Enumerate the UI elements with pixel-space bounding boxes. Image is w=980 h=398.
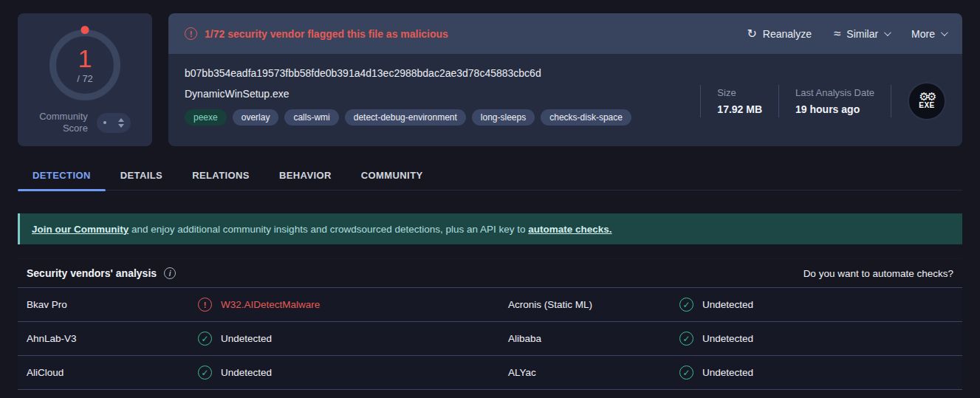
tab-details[interactable]: DETAILS: [106, 164, 177, 190]
alert-message: 1/72 security vendor flagged this file a…: [205, 28, 448, 40]
vendor-name: Alibaba: [508, 333, 679, 344]
vendor-name: Bkav Pro: [27, 299, 198, 310]
chevron-down-icon: [884, 29, 891, 36]
similar-button[interactable]: ≈ Similar: [834, 27, 889, 40]
vendor-result: ! W32.AIDetectMalware: [198, 298, 508, 312]
vendor-result: ✓ Undetected: [198, 332, 508, 346]
analysis-header: Security vendors' analysis i Do you want…: [18, 258, 962, 288]
reanalyze-button[interactable]: ↻ Reanalyze: [747, 28, 812, 40]
file-report-card: ! 1/72 security vendor flagged this file…: [168, 13, 962, 146]
tag-detect-debug-environment[interactable]: detect-debug-environment: [345, 109, 466, 126]
automate-checks-prompt[interactable]: Do you want to automate checks?: [803, 268, 953, 279]
undetected-check-icon: ✓: [679, 366, 693, 380]
vendor-result: ✓ Undetected: [679, 298, 962, 312]
warning-icon: !: [185, 27, 197, 40]
vote-up-icon[interactable]: [118, 118, 124, 122]
join-community-link[interactable]: Join our Community: [32, 224, 129, 235]
undetected-check-icon: ✓: [198, 332, 212, 346]
chevron-down-icon: [941, 29, 948, 36]
alert-actions: ↻ Reanalyze ≈ Similar More: [747, 27, 946, 40]
score-dot: [81, 26, 89, 34]
reanalyze-icon: ↻: [747, 28, 756, 40]
tag-checks-disk-space[interactable]: checks-disk-space: [541, 109, 631, 126]
score-value: 1: [78, 46, 92, 71]
file-hash[interactable]: b07bb354eadfa19573fbb58fde0b391a4d13ec29…: [185, 67, 700, 79]
tab-behavior[interactable]: BEHAVIOR: [264, 164, 346, 190]
vote-dot-icon: [103, 121, 106, 124]
tag-overlay[interactable]: overlay: [233, 109, 279, 126]
last-analysis-value: 19 hours ago: [795, 103, 874, 115]
undetected-check-icon: ✓: [679, 298, 693, 312]
last-analysis-label: Last Analysis Date: [795, 87, 874, 98]
table-row: Bkav Pro ! W32.AIDetectMalware Acronis (…: [18, 288, 962, 322]
community-score-row: Community Score: [39, 111, 131, 135]
tab-detection[interactable]: DETECTION: [18, 164, 106, 190]
tab-relations[interactable]: RELATIONS: [177, 164, 264, 190]
size-label: Size: [717, 87, 762, 98]
exe-badge-label: EXE: [919, 101, 935, 109]
file-size-block: Size 17.92 MB: [701, 87, 778, 115]
analysis-title-wrap: Security vendors' analysis i: [27, 267, 176, 279]
community-vote-widget[interactable]: [97, 113, 131, 133]
vendor-result: ✓ Undetected: [679, 366, 962, 380]
vendor-result: ✓ Undetected: [679, 332, 962, 346]
info-icon[interactable]: i: [164, 267, 176, 279]
gears-icon: ⚙⚙: [919, 92, 935, 101]
vendor-name: AliCloud: [27, 367, 198, 378]
file-meta: Size 17.92 MB Last Analysis Date 19 hour…: [700, 67, 946, 134]
divider: [891, 85, 891, 117]
file-identity: b07bb354eadfa19573fbb58fde0b391a4d13ec29…: [185, 67, 700, 134]
header-area: 1 / 72 Community Score ! 1/72 security v…: [18, 13, 962, 146]
tab-community[interactable]: COMMUNITY: [346, 164, 438, 190]
vote-arrows-icon[interactable]: [118, 118, 124, 128]
report-tabs: DETECTION DETAILS RELATIONS BEHAVIOR COM…: [18, 164, 962, 191]
size-value: 17.92 MB: [717, 103, 762, 115]
undetected-check-icon: ✓: [198, 366, 212, 380]
table-row: AliCloud ✓ Undetected ALYac ✓ Undetected: [18, 356, 962, 390]
tag-long-sleeps[interactable]: long-sleeps: [472, 109, 535, 126]
file-tags: peexe overlay calls-wmi detect-debug-env…: [185, 109, 700, 126]
detection-score-card: 1 / 72 Community Score: [18, 13, 152, 146]
automate-checks-link[interactable]: automate checks.: [528, 224, 611, 235]
vendor-name: Acronis (Static ML): [508, 299, 679, 310]
file-name: DynamicWinSetup.exe: [185, 88, 700, 100]
banner-text: Join our Community and enjoy additional …: [32, 224, 612, 235]
similar-icon: ≈: [834, 27, 840, 40]
undetected-check-icon: ✓: [679, 332, 693, 346]
analysis-title: Security vendors' analysis: [27, 267, 157, 279]
tag-calls-wmi[interactable]: calls-wmi: [284, 109, 338, 126]
community-score-label: Community Score: [39, 111, 88, 135]
file-type-exe-icon: ⚙⚙ EXE: [908, 82, 946, 120]
join-community-banner: Join our Community and enjoy additional …: [18, 213, 962, 244]
malicious-icon: !: [198, 298, 212, 312]
vote-down-icon[interactable]: [118, 124, 124, 128]
table-row: AhnLab-V3 ✓ Undetected Alibaba ✓ Undetec…: [18, 322, 962, 356]
vendor-name: AhnLab-V3: [27, 333, 198, 344]
file-info-section: b07bb354eadfa19573fbb58fde0b391a4d13ec29…: [168, 54, 962, 146]
tag-peexe[interactable]: peexe: [185, 109, 227, 126]
security-vendors-analysis-section: Security vendors' analysis i Do you want…: [18, 258, 962, 390]
score-ring: 1 / 72: [49, 30, 120, 100]
vendor-result: ✓ Undetected: [198, 366, 508, 380]
more-button[interactable]: More: [911, 28, 946, 40]
last-analysis-block: Last Analysis Date 19 hours ago: [779, 87, 891, 115]
alert-message-group: ! 1/72 security vendor flagged this file…: [185, 27, 747, 40]
score-donut: 1 / 72: [49, 30, 120, 100]
score-total: / 72: [77, 73, 93, 84]
vendor-name: ALYac: [508, 367, 679, 378]
detection-alert-bar: ! 1/72 security vendor flagged this file…: [168, 13, 962, 54]
